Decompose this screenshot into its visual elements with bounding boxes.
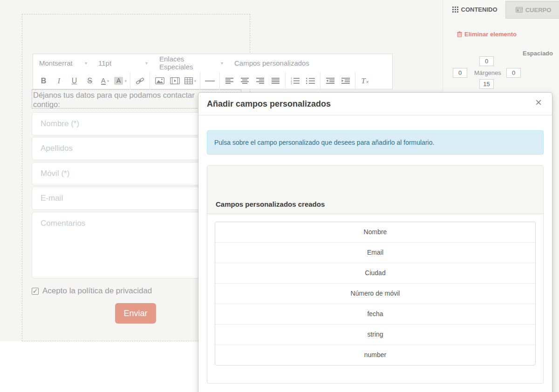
special-links-select[interactable]: Enlaces Especiales ▾ <box>159 55 223 71</box>
modal-title: Añadir campos personalizados <box>198 99 331 109</box>
align-right-icon <box>256 78 264 84</box>
custom-field-item[interactable]: string <box>215 324 535 345</box>
modal-body: Pulsa sobre el campo personalizado que d… <box>198 115 552 391</box>
spacing-title: Espaciado <box>523 50 553 57</box>
clear-format-icon: T <box>361 76 365 86</box>
chevron-down-icon: ▾ <box>221 61 223 66</box>
privacy-checkbox-row[interactable]: ✓ Acepto la política de privacidad <box>32 286 152 296</box>
custom-field-item[interactable]: Email <box>215 242 535 263</box>
bold-button[interactable]: B <box>36 74 51 88</box>
clear-format-button[interactable]: T × <box>357 74 373 88</box>
margins-label: Márgenes <box>474 69 501 76</box>
align-left-icon <box>225 78 233 84</box>
chevron-down-icon: ▾ <box>145 61 148 66</box>
text-color-icon: A <box>101 77 106 85</box>
unordered-list-icon <box>306 77 315 84</box>
special-links-label: Enlaces Especiales <box>159 55 219 71</box>
panel-title: Campos personalizados creados <box>216 200 325 208</box>
delete-element-label: Eliminar elemento <box>464 31 517 38</box>
font-size-value: 11pt <box>98 59 111 67</box>
highlight-color-button[interactable]: A ▾ <box>113 74 128 88</box>
tab-cuerpo-label: CUERPO <box>525 7 552 14</box>
svg-text:3: 3 <box>291 82 292 84</box>
custom-fields-list: NombreEmailCiudadNúmero de móvilfechastr… <box>215 222 536 365</box>
link-button[interactable] <box>132 74 148 88</box>
text-color-button[interactable]: A ▾ <box>97 74 113 88</box>
info-alert: Pulsa sobre el campo personalizado que d… <box>207 130 544 155</box>
outdent-button[interactable] <box>322 74 338 88</box>
font-family-select[interactable]: Montserrat ▾ <box>39 59 87 67</box>
italic-button[interactable]: I <box>51 74 67 88</box>
panel-heading: Campos personalizados creados <box>207 166 543 214</box>
chevron-down-icon: ▾ <box>107 79 109 83</box>
toolbar-separator <box>355 72 355 90</box>
font-size-select[interactable]: 11pt ▾ <box>98 59 148 67</box>
custom-fields-panel: Campos personalizados creados NombreEmai… <box>207 165 544 384</box>
toolbar-selects-row: Montserrat ▾ 11pt ▾ Enlaces Especiales ▾… <box>33 54 392 72</box>
font-family-value: Montserrat <box>39 59 73 67</box>
align-center-button[interactable] <box>237 74 252 88</box>
align-left-button[interactable] <box>222 74 237 88</box>
custom-field-item[interactable]: number <box>215 345 535 365</box>
custom-field-item[interactable]: Ciudad <box>215 263 535 283</box>
grid-icon <box>452 7 458 13</box>
custom-fields-menu-button[interactable]: Campos personalizados <box>234 59 309 67</box>
indent-button[interactable] <box>338 74 353 88</box>
privacy-checkbox[interactable]: ✓ <box>32 288 39 295</box>
video-icon <box>170 77 180 84</box>
margin-bottom-input[interactable]: 15 <box>479 79 494 89</box>
insert-video-button[interactable] <box>167 74 183 88</box>
toolbar-separator <box>130 72 130 90</box>
trash-icon <box>457 31 462 37</box>
close-icon[interactable]: × <box>532 95 545 109</box>
chevron-down-icon: ▾ <box>124 79 127 83</box>
tab-contenido-label: CONTENIDO <box>461 6 498 13</box>
horizontal-rule-button[interactable] <box>202 74 218 88</box>
underline-button[interactable]: U <box>67 74 82 88</box>
image-icon <box>155 77 164 84</box>
toolbar-separator <box>285 72 286 90</box>
highlight-color-icon: A <box>114 77 123 85</box>
add-custom-fields-modal: Añadir campos personalizados × Pulsa sob… <box>198 92 552 392</box>
ordered-list-button[interactable]: 1 2 3 <box>287 74 303 88</box>
panel-body: NombreEmailCiudadNúmero de móvilfechastr… <box>207 214 543 383</box>
outdent-icon <box>326 78 334 84</box>
align-right-button[interactable] <box>252 74 268 88</box>
body-icon <box>516 7 523 13</box>
margin-left-input[interactable]: 0 <box>453 68 467 78</box>
tab-contenido[interactable]: CONTENIDO <box>447 0 503 19</box>
align-justify-icon <box>272 78 280 84</box>
horizontal-rule-icon <box>205 81 215 81</box>
table-icon <box>184 77 193 84</box>
toolbar-format-row: B I U S A ▾ A ▾ <box>33 72 392 90</box>
check-icon: ✓ <box>33 288 38 294</box>
custom-field-item[interactable]: Nombre <box>215 222 535 242</box>
toolbar-separator <box>150 72 150 90</box>
custom-field-item[interactable]: Número de móvil <box>215 283 535 304</box>
align-justify-button[interactable] <box>268 74 283 88</box>
align-center-icon <box>241 78 249 84</box>
privacy-label: Acepto la política de privacidad <box>42 286 152 296</box>
margin-top-input[interactable]: 0 <box>479 56 494 66</box>
strikethrough-button[interactable]: S <box>82 74 97 88</box>
toolbar-separator <box>320 72 320 90</box>
modal-header: Añadir campos personalizados × <box>198 93 552 115</box>
rich-text-toolbar: Montserrat ▾ 11pt ▾ Enlaces Especiales ▾… <box>33 54 393 89</box>
chevron-down-icon: ▾ <box>194 79 197 83</box>
indent-icon <box>341 78 350 84</box>
toolbar-separator <box>200 72 200 90</box>
link-icon <box>135 78 145 84</box>
custom-fields-label: Campos personalizados <box>234 59 309 67</box>
ordered-list-icon: 1 2 3 <box>291 77 300 84</box>
delete-element-button[interactable]: Eliminar elemento <box>457 31 517 38</box>
tab-cuerpo[interactable]: CUERPO <box>505 1 559 19</box>
toolbar-separator <box>219 72 220 90</box>
chevron-down-icon: ▾ <box>85 61 87 66</box>
submit-button[interactable]: Enviar <box>115 303 156 324</box>
insert-table-button[interactable]: ▾ <box>183 74 198 88</box>
insert-image-button[interactable] <box>152 74 167 88</box>
unordered-list-button[interactable] <box>303 74 318 88</box>
custom-field-item[interactable]: fecha <box>215 304 535 324</box>
margin-right-input[interactable]: 0 <box>506 68 521 78</box>
